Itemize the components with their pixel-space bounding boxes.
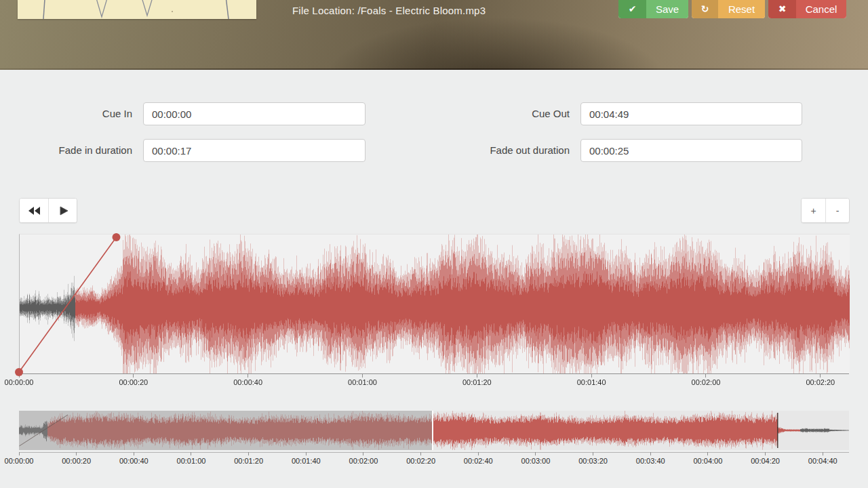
main-waveform[interactable] [19,234,850,374]
cancel-button-label: Cancel [796,0,846,18]
timeline-tick [707,452,708,455]
timeline-tick [593,452,593,455]
minimap-viewport-overlay[interactable] [19,411,433,450]
play-button[interactable] [48,199,77,222]
timeline-tick-label: 00:02:00 [335,457,392,465]
rewind-icon [27,205,41,216]
minimap-timeline-axis [19,452,849,453]
timeline-tick [19,374,20,378]
timeline-tick [420,452,421,455]
reset-button[interactable]: ↻ Reset [692,0,765,18]
timeline-tick [362,374,363,378]
timeline-tick [705,374,706,378]
cue-in-input[interactable] [143,102,366,125]
album-art-line-drawing [18,0,256,19]
timeline-tick-label: 00:00:40 [105,457,162,465]
timeline-tick-label: 00:01:40 [277,457,334,465]
cancel-button[interactable]: ✖ Cancel [768,0,846,18]
timeline-tick-label: 00:00:00 [0,457,47,465]
timeline-tick-label: 00:00:20 [48,457,105,465]
play-icon [58,205,68,216]
timeline-tick [248,452,249,455]
fade-in-duration-input[interactable] [143,139,366,162]
timeline-tick-label: 00:02:00 [677,378,734,386]
zoom-out-button[interactable]: - [825,199,849,222]
timeline-tick [650,452,651,455]
check-icon: ✔ [618,0,646,18]
timeline-tick-label: 00:02:40 [450,457,507,465]
timeline-tick [478,452,479,455]
timeline-tick-label: 00:02:20 [792,378,849,386]
timeline-tick-label: 00:01:20 [448,378,505,386]
rewind-button[interactable] [20,199,48,222]
zoom-controls: + - [801,198,850,223]
timeline-tick-label: 00:03:20 [565,457,622,465]
x-icon: ✖ [768,0,796,18]
timeline-tick-label: 00:04:20 [737,457,794,465]
timeline-tick-label: 00:01:00 [163,457,220,465]
timeline-tick-label: 00:03:00 [507,457,564,465]
file-location-text: File Location: /Foals - Electric Bloom.m… [292,5,486,16]
timeline-tick-label: 00:02:20 [393,457,450,465]
reset-button-label: Reset [718,0,765,18]
timeline-tick [820,374,821,378]
zoom-in-button[interactable]: + [802,199,825,222]
cue-out-input[interactable] [580,102,802,125]
timeline-tick [134,452,134,455]
timeline-tick-label: 00:00:40 [220,378,277,386]
timeline-tick [19,452,20,455]
timeline-tick [76,452,77,455]
timeline-tick [591,374,592,378]
transport-controls [19,198,77,223]
timeline-tick [306,452,307,455]
minimap-waveform[interactable] [19,411,849,450]
timeline-tick [535,452,536,455]
fade-in-duration-label: Fade in duration [0,139,132,162]
timeline-tick [765,452,766,455]
timeline-tick-label: 00:01:00 [334,378,391,386]
timeline-tick-label: 00:01:20 [220,457,277,465]
timeline-tick-label: 00:04:00 [679,457,736,465]
main-waveform-canvas [20,235,850,374]
timeline-tick [191,452,191,455]
save-button[interactable]: ✔ Save [618,0,688,18]
save-button-label: Save [646,0,688,18]
timeline-tick [248,374,248,378]
timeline-tick [477,374,477,378]
fade-out-duration-label: Fade out duration [407,139,570,162]
timeline-tick-label: 00:04:40 [794,457,851,465]
reset-icon: ↻ [692,0,718,18]
main-timeline-axis [19,373,849,374]
timeline-tick-label: 00:00:20 [105,378,162,386]
timeline-tick-label: 00:03:40 [622,457,679,465]
fade-out-duration-input[interactable] [580,139,802,162]
timeline-tick [823,452,823,455]
header: File Location: /Foals - Electric Bloom.m… [0,0,868,70]
timeline-tick-label: 00:01:40 [563,378,620,386]
timeline-tick-label: 00:00:00 [0,378,47,386]
cue-out-label: Cue Out [407,102,570,125]
album-art-thumbnail [18,0,256,19]
cue-in-label: Cue In [0,102,132,125]
timeline-tick [363,452,363,455]
timeline-tick [133,374,134,378]
